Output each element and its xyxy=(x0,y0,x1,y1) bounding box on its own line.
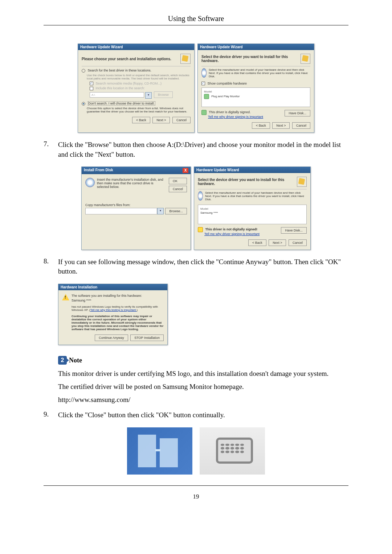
dialog-title: Hardware Update Wizard xyxy=(194,167,310,173)
step-number: 8. xyxy=(44,257,58,276)
disk-icon xyxy=(85,178,95,187)
dialog-title: Hardware Update Wizard xyxy=(198,44,314,50)
model-item[interactable]: Plug and Play Monitor xyxy=(211,95,240,98)
install-line1: The software you are installing for this… xyxy=(72,294,164,297)
warning-icon xyxy=(62,294,69,300)
install-line2: Samsung **** xyxy=(72,299,164,302)
copy-label: Copy manufacturer's files from: xyxy=(85,203,187,207)
install-bold-warning: Continuing your installation of this sof… xyxy=(72,315,164,331)
ok-button[interactable]: OK xyxy=(169,178,187,184)
wizard-heading: Please choose your search and installati… xyxy=(82,57,171,61)
back-button[interactable]: < Back xyxy=(132,117,150,123)
next-button[interactable]: Next > xyxy=(272,122,290,129)
back-button[interactable]: < Back xyxy=(248,239,266,246)
stop-installation-button[interactable]: STOP Installation xyxy=(130,335,164,341)
opt1-desc: Use the check boxes below to limit or ex… xyxy=(87,74,191,80)
monitor-icon xyxy=(204,94,209,99)
note-p1: This monitor driver is under certifying … xyxy=(58,370,348,378)
opt2-label: Don't search. I will choose the driver t… xyxy=(88,101,155,106)
disk-icon xyxy=(201,68,207,78)
radio-search-best[interactable] xyxy=(82,69,85,73)
back-button[interactable]: < Back xyxy=(252,122,270,129)
dropdown-icon: ▾ xyxy=(145,92,152,99)
step-text: Click the "Close" button then click "OK"… xyxy=(58,410,225,420)
signed-icon xyxy=(201,110,207,115)
hardware-wizard-select-dialog: Hardware Update Wizard Select the device… xyxy=(197,44,314,133)
step-text: If you can see following message window,… xyxy=(58,257,348,276)
wizard-icon xyxy=(301,54,310,64)
disk-icon xyxy=(198,191,203,201)
wizard-icon xyxy=(180,54,191,64)
note-p3: http://www.samsung.com/ xyxy=(58,396,348,404)
opt2-desc: Choose this option to select the device … xyxy=(87,107,191,113)
select-desc: Select the manufacturer and model of you… xyxy=(205,191,307,201)
checkbox-include-location xyxy=(90,87,93,90)
have-disk-button[interactable]: Have Disk... xyxy=(281,227,307,234)
screenshot-row-4 xyxy=(44,427,348,475)
cancel-button[interactable]: Cancel xyxy=(289,239,307,246)
wizard-icon xyxy=(297,177,307,187)
hardware-wizard-select-dialog-2: Hardware Update Wizard Select the device… xyxy=(194,167,311,250)
dialog-title: Hardware Update Wizard xyxy=(78,44,194,50)
browse-button-disabled: Browse xyxy=(154,91,173,98)
cancel-button[interactable]: Cancel xyxy=(169,186,187,192)
model-item[interactable]: Samsung **** xyxy=(200,211,304,214)
cancel-button[interactable]: Cancel xyxy=(172,117,191,123)
warning-icon xyxy=(198,227,203,232)
checkbox-removable-media xyxy=(90,82,93,85)
chk1-label: Search removable media (floppy, CD-ROM..… xyxy=(96,82,162,85)
dropdown-icon[interactable]: ▾ xyxy=(157,208,164,214)
tell-me-link[interactable]: Tell me why driver signing is important xyxy=(204,232,260,236)
install-desc: Insert the manufacturer's installation d… xyxy=(97,178,164,192)
wizard-progress-image xyxy=(127,427,192,475)
screenshot-row-3: Hardware Installation The software you a… xyxy=(58,284,348,345)
have-disk-button[interactable]: Have Disk... xyxy=(285,110,310,116)
monitor-connector-image xyxy=(200,427,265,475)
not-signed-text: This driver is not digitally signed! xyxy=(205,227,258,231)
install-from-disk-dialog: Install From Disk X Insert the manufactu… xyxy=(81,167,191,250)
checkbox-compatible[interactable] xyxy=(201,82,205,85)
dialog-title-bar: Install From Disk X xyxy=(82,167,191,174)
step-text: Click the "Browse" button then choose A:… xyxy=(58,140,348,159)
continue-anyway-button[interactable]: Continue Anyway xyxy=(95,335,128,341)
signed-text: This driver is digitally signed. xyxy=(209,111,250,114)
hardware-wizard-search-dialog: Hardware Update Wizard Please choose you… xyxy=(78,44,195,133)
page-header: Using the Software xyxy=(44,15,348,23)
hardware-installation-dialog: Hardware Installation The software you a… xyxy=(58,284,168,345)
step-number: 7. xyxy=(44,140,58,159)
page-number: 19 xyxy=(44,493,348,500)
screenshot-row-2: Install From Disk X Insert the manufactu… xyxy=(44,167,348,250)
wizard-heading: Select the device driver you want to ins… xyxy=(198,178,297,186)
close-icon[interactable]: X xyxy=(183,168,188,173)
wizard-heading: Select the device driver you want to ins… xyxy=(201,55,301,63)
model-label: Model xyxy=(200,207,304,210)
select-desc: Select the manufacturer and model of you… xyxy=(209,68,310,78)
path-input: A:\ xyxy=(90,92,144,98)
install-line3b: ) xyxy=(136,308,138,312)
testing-important-link[interactable]: Tell me why this testing is important. xyxy=(90,308,136,312)
tell-me-link[interactable]: Tell me why driver signing is important xyxy=(208,115,263,119)
note-label: Note xyxy=(69,357,82,364)
opt1-label: Search for the best driver in these loca… xyxy=(88,69,152,72)
radio-dont-search[interactable] xyxy=(82,102,85,106)
dialog-title: Install From Disk xyxy=(84,168,113,173)
footer-rule xyxy=(44,485,348,486)
cancel-button[interactable]: Cancel xyxy=(292,122,310,129)
model-label: Model xyxy=(204,90,308,93)
step-number: 9. xyxy=(44,410,58,420)
copy-path-input[interactable] xyxy=(85,208,157,214)
note-p2: The certified driver will be posted on S… xyxy=(58,383,348,391)
browse-button[interactable]: Browse... xyxy=(165,208,187,214)
chk2-label: Include this location in the search: xyxy=(96,86,145,90)
note-icon: 2 xyxy=(58,356,67,365)
screenshot-row-1: Hardware Update Wizard Please choose you… xyxy=(44,44,348,133)
dialog-title: Hardware Installation xyxy=(58,284,167,290)
next-button[interactable]: Next > xyxy=(269,239,286,246)
next-button[interactable]: Next > xyxy=(152,117,170,123)
chk-compat-label: Show compatible hardware xyxy=(208,82,247,85)
